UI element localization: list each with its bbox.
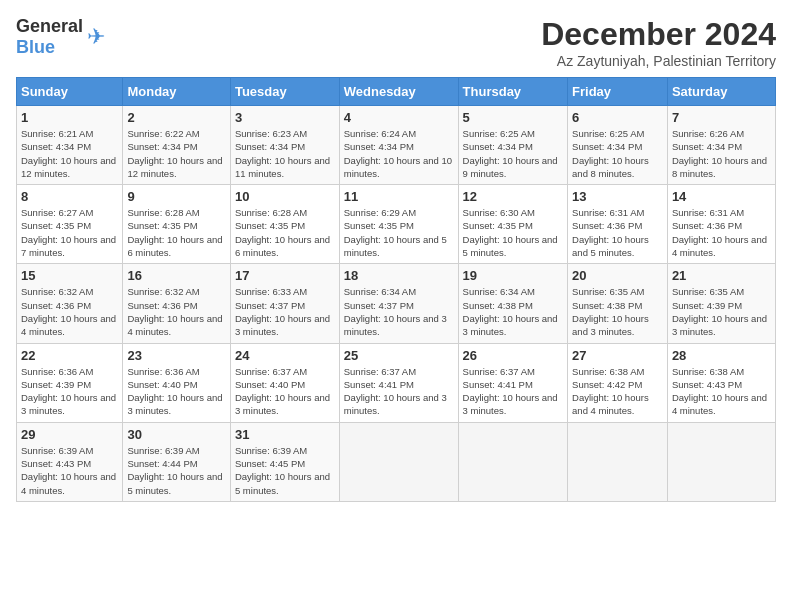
day-number: 13: [572, 189, 663, 204]
day-number: 10: [235, 189, 335, 204]
day-info: Sunrise: 6:37 AMSunset: 4:41 PMDaylight:…: [463, 365, 563, 418]
day-header-sunday: Sunday: [17, 78, 123, 106]
calendar-cell: [458, 422, 567, 501]
day-number: 7: [672, 110, 771, 125]
calendar-cell: [568, 422, 668, 501]
calendar-cell: 24Sunrise: 6:37 AMSunset: 4:40 PMDayligh…: [230, 343, 339, 422]
day-info: Sunrise: 6:31 AMSunset: 4:36 PMDaylight:…: [572, 206, 663, 259]
day-info: Sunrise: 6:32 AMSunset: 4:36 PMDaylight:…: [21, 285, 118, 338]
day-number: 11: [344, 189, 454, 204]
day-info: Sunrise: 6:27 AMSunset: 4:35 PMDaylight:…: [21, 206, 118, 259]
calendar-cell: 18Sunrise: 6:34 AMSunset: 4:37 PMDayligh…: [339, 264, 458, 343]
day-number: 12: [463, 189, 563, 204]
page-header: General Blue ✈ December 2024 Az Zaytuniy…: [16, 16, 776, 69]
day-info: Sunrise: 6:26 AMSunset: 4:34 PMDaylight:…: [672, 127, 771, 180]
day-info: Sunrise: 6:38 AMSunset: 4:42 PMDaylight:…: [572, 365, 663, 418]
day-info: Sunrise: 6:21 AMSunset: 4:34 PMDaylight:…: [21, 127, 118, 180]
calendar-cell: 30Sunrise: 6:39 AMSunset: 4:44 PMDayligh…: [123, 422, 231, 501]
calendar-cell: 28Sunrise: 6:38 AMSunset: 4:43 PMDayligh…: [667, 343, 775, 422]
day-number: 5: [463, 110, 563, 125]
day-info: Sunrise: 6:32 AMSunset: 4:36 PMDaylight:…: [127, 285, 226, 338]
day-info: Sunrise: 6:37 AMSunset: 4:40 PMDaylight:…: [235, 365, 335, 418]
day-number: 23: [127, 348, 226, 363]
day-number: 20: [572, 268, 663, 283]
day-info: Sunrise: 6:39 AMSunset: 4:45 PMDaylight:…: [235, 444, 335, 497]
day-info: Sunrise: 6:35 AMSunset: 4:39 PMDaylight:…: [672, 285, 771, 338]
calendar-cell: 11Sunrise: 6:29 AMSunset: 4:35 PMDayligh…: [339, 185, 458, 264]
calendar-cell: 22Sunrise: 6:36 AMSunset: 4:39 PMDayligh…: [17, 343, 123, 422]
calendar-cell: [339, 422, 458, 501]
day-number: 2: [127, 110, 226, 125]
location-title: Az Zaytuniyah, Palestinian Territory: [541, 53, 776, 69]
day-info: Sunrise: 6:38 AMSunset: 4:43 PMDaylight:…: [672, 365, 771, 418]
day-number: 18: [344, 268, 454, 283]
calendar-cell: 10Sunrise: 6:28 AMSunset: 4:35 PMDayligh…: [230, 185, 339, 264]
day-info: Sunrise: 6:35 AMSunset: 4:38 PMDaylight:…: [572, 285, 663, 338]
month-title: December 2024: [541, 16, 776, 53]
calendar-cell: 26Sunrise: 6:37 AMSunset: 4:41 PMDayligh…: [458, 343, 567, 422]
day-number: 6: [572, 110, 663, 125]
day-number: 17: [235, 268, 335, 283]
calendar-cell: 29Sunrise: 6:39 AMSunset: 4:43 PMDayligh…: [17, 422, 123, 501]
day-info: Sunrise: 6:37 AMSunset: 4:41 PMDaylight:…: [344, 365, 454, 418]
calendar-cell: 6Sunrise: 6:25 AMSunset: 4:34 PMDaylight…: [568, 106, 668, 185]
day-number: 1: [21, 110, 118, 125]
day-header-thursday: Thursday: [458, 78, 567, 106]
calendar-table: SundayMondayTuesdayWednesdayThursdayFrid…: [16, 77, 776, 502]
day-header-monday: Monday: [123, 78, 231, 106]
calendar-cell: 27Sunrise: 6:38 AMSunset: 4:42 PMDayligh…: [568, 343, 668, 422]
calendar-cell: 20Sunrise: 6:35 AMSunset: 4:38 PMDayligh…: [568, 264, 668, 343]
day-info: Sunrise: 6:30 AMSunset: 4:35 PMDaylight:…: [463, 206, 563, 259]
calendar-cell: 8Sunrise: 6:27 AMSunset: 4:35 PMDaylight…: [17, 185, 123, 264]
calendar-cell: 7Sunrise: 6:26 AMSunset: 4:34 PMDaylight…: [667, 106, 775, 185]
day-info: Sunrise: 6:25 AMSunset: 4:34 PMDaylight:…: [463, 127, 563, 180]
calendar-cell: 12Sunrise: 6:30 AMSunset: 4:35 PMDayligh…: [458, 185, 567, 264]
calendar-cell: 17Sunrise: 6:33 AMSunset: 4:37 PMDayligh…: [230, 264, 339, 343]
calendar-cell: 5Sunrise: 6:25 AMSunset: 4:34 PMDaylight…: [458, 106, 567, 185]
day-info: Sunrise: 6:31 AMSunset: 4:36 PMDaylight:…: [672, 206, 771, 259]
day-number: 26: [463, 348, 563, 363]
logo: General Blue ✈: [16, 16, 105, 58]
calendar-cell: 15Sunrise: 6:32 AMSunset: 4:36 PMDayligh…: [17, 264, 123, 343]
bird-icon: ✈: [87, 24, 105, 50]
day-info: Sunrise: 6:33 AMSunset: 4:37 PMDaylight:…: [235, 285, 335, 338]
day-number: 8: [21, 189, 118, 204]
day-number: 27: [572, 348, 663, 363]
day-number: 29: [21, 427, 118, 442]
day-number: 15: [21, 268, 118, 283]
calendar-cell: 14Sunrise: 6:31 AMSunset: 4:36 PMDayligh…: [667, 185, 775, 264]
day-info: Sunrise: 6:39 AMSunset: 4:44 PMDaylight:…: [127, 444, 226, 497]
week-row: 29Sunrise: 6:39 AMSunset: 4:43 PMDayligh…: [17, 422, 776, 501]
day-info: Sunrise: 6:36 AMSunset: 4:40 PMDaylight:…: [127, 365, 226, 418]
day-number: 9: [127, 189, 226, 204]
calendar-cell: 16Sunrise: 6:32 AMSunset: 4:36 PMDayligh…: [123, 264, 231, 343]
day-info: Sunrise: 6:29 AMSunset: 4:35 PMDaylight:…: [344, 206, 454, 259]
header-row: SundayMondayTuesdayWednesdayThursdayFrid…: [17, 78, 776, 106]
title-section: December 2024 Az Zaytuniyah, Palestinian…: [541, 16, 776, 69]
day-info: Sunrise: 6:39 AMSunset: 4:43 PMDaylight:…: [21, 444, 118, 497]
day-info: Sunrise: 6:25 AMSunset: 4:34 PMDaylight:…: [572, 127, 663, 180]
week-row: 8Sunrise: 6:27 AMSunset: 4:35 PMDaylight…: [17, 185, 776, 264]
calendar-cell: 31Sunrise: 6:39 AMSunset: 4:45 PMDayligh…: [230, 422, 339, 501]
calendar-cell: 1Sunrise: 6:21 AMSunset: 4:34 PMDaylight…: [17, 106, 123, 185]
day-info: Sunrise: 6:24 AMSunset: 4:34 PMDaylight:…: [344, 127, 454, 180]
week-row: 22Sunrise: 6:36 AMSunset: 4:39 PMDayligh…: [17, 343, 776, 422]
day-number: 30: [127, 427, 226, 442]
day-info: Sunrise: 6:34 AMSunset: 4:38 PMDaylight:…: [463, 285, 563, 338]
day-header-saturday: Saturday: [667, 78, 775, 106]
day-number: 24: [235, 348, 335, 363]
day-info: Sunrise: 6:36 AMSunset: 4:39 PMDaylight:…: [21, 365, 118, 418]
calendar-cell: 13Sunrise: 6:31 AMSunset: 4:36 PMDayligh…: [568, 185, 668, 264]
day-info: Sunrise: 6:23 AMSunset: 4:34 PMDaylight:…: [235, 127, 335, 180]
logo-blue: Blue: [16, 37, 55, 57]
day-info: Sunrise: 6:28 AMSunset: 4:35 PMDaylight:…: [235, 206, 335, 259]
day-number: 19: [463, 268, 563, 283]
calendar-cell: 3Sunrise: 6:23 AMSunset: 4:34 PMDaylight…: [230, 106, 339, 185]
calendar-cell: 2Sunrise: 6:22 AMSunset: 4:34 PMDaylight…: [123, 106, 231, 185]
day-header-wednesday: Wednesday: [339, 78, 458, 106]
logo-general: General: [16, 16, 83, 36]
day-number: 22: [21, 348, 118, 363]
day-number: 25: [344, 348, 454, 363]
calendar-cell: 9Sunrise: 6:28 AMSunset: 4:35 PMDaylight…: [123, 185, 231, 264]
calendar-cell: 19Sunrise: 6:34 AMSunset: 4:38 PMDayligh…: [458, 264, 567, 343]
